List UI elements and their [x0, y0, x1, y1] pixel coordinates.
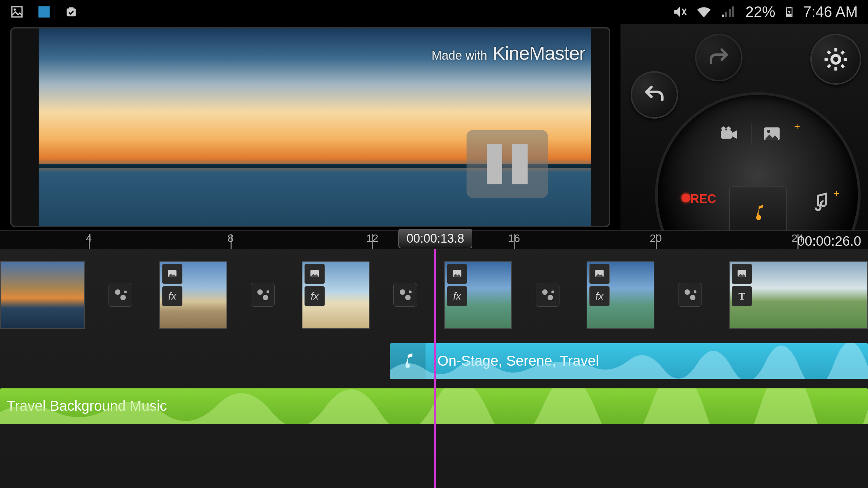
video-camera-icon	[717, 124, 741, 145]
tick-label: 20	[650, 232, 662, 245]
text-badge: T	[732, 286, 752, 306]
record-label: REC	[690, 192, 716, 206]
fx-badge: fx	[447, 286, 467, 306]
svg-rect-5	[788, 7, 791, 8]
image-badge-icon	[447, 264, 467, 284]
watermark-prefix: Made with	[432, 48, 487, 62]
playhead[interactable]	[434, 249, 436, 488]
video-clip[interactable]: fx	[444, 261, 512, 329]
svg-point-16	[257, 289, 263, 295]
tick-label: 12	[366, 232, 378, 245]
audio-segment[interactable]	[729, 186, 787, 237]
svg-point-23	[548, 295, 553, 300]
add-media-segment[interactable]: +	[717, 124, 798, 145]
video-clip[interactable]: fx	[159, 261, 227, 329]
task-done-icon	[64, 5, 78, 19]
transition-button[interactable]	[678, 283, 702, 307]
redo-button[interactable]	[695, 34, 743, 81]
gallery-icon	[10, 5, 24, 19]
fx-badge: fx	[304, 286, 325, 306]
image-badge-icon	[162, 264, 182, 284]
svg-point-14	[120, 295, 126, 300]
wifi-icon	[696, 4, 712, 20]
watermark-brand: KineMaster	[493, 42, 585, 64]
svg-point-10	[726, 126, 731, 131]
video-clip[interactable]: fx	[587, 261, 654, 329]
android-status-bar: 22% 7:46 AM	[0, 0, 868, 24]
video-clip[interactable]	[0, 261, 85, 329]
battery-charging-icon	[784, 4, 795, 20]
plus-icon: +	[794, 121, 800, 132]
svg-point-26	[690, 295, 695, 300]
svg-point-12	[767, 130, 770, 133]
video-preview[interactable]: Made with KineMaster	[10, 27, 610, 227]
image-badge-icon	[589, 264, 610, 284]
svg-point-1	[14, 8, 16, 11]
svg-point-17	[263, 295, 268, 300]
svg-point-13	[115, 289, 120, 295]
record-dot-icon	[682, 194, 690, 202]
svg-point-7	[832, 55, 840, 63]
playhead-time[interactable]: 00:00:13.8	[398, 229, 472, 248]
fx-badge: fx	[162, 286, 182, 306]
image-icon	[761, 125, 783, 144]
svg-point-9	[721, 126, 726, 131]
tick-label: 16	[508, 232, 520, 245]
tick-label: 4	[86, 232, 92, 245]
svg-rect-6	[787, 14, 791, 16]
video-clip[interactable]: fx	[302, 261, 370, 329]
mute-icon	[672, 4, 687, 19]
svg-rect-2	[38, 6, 50, 17]
timeline-ruler[interactable]: 4 8 12 16 20 24 00:00:13.8 00:00:26.0	[0, 230, 868, 249]
image-badge-icon	[732, 264, 752, 284]
svg-rect-3	[67, 8, 76, 16]
transition-button[interactable]	[251, 283, 275, 307]
battery-percent: 22%	[745, 3, 775, 20]
tick-label: 8	[228, 232, 234, 245]
signal-icon	[721, 4, 737, 20]
svg-point-25	[685, 289, 690, 295]
transition-button[interactable]	[108, 283, 132, 307]
transition-button[interactable]	[536, 283, 559, 307]
svg-rect-0	[12, 7, 22, 17]
undo-button[interactable]	[631, 71, 678, 119]
video-clip[interactable]: T	[729, 261, 868, 329]
timeline[interactable]: fx fx fx fx	[0, 249, 868, 488]
controls-pane: + REC +	[620, 24, 868, 230]
plus-icon: +	[833, 188, 840, 199]
watermark: Made with KineMaster	[432, 42, 585, 64]
svg-point-20	[405, 295, 411, 300]
record-segment[interactable]: REC	[682, 190, 716, 206]
fx-badge: fx	[589, 286, 610, 306]
app-notification-icon	[37, 5, 51, 19]
transition-button[interactable]	[393, 283, 417, 307]
music-segment[interactable]: +	[808, 190, 837, 214]
clock: 7:46 AM	[803, 3, 858, 20]
svg-point-22	[542, 289, 548, 295]
total-duration: 00:00:26.0	[797, 233, 861, 249]
pause-button[interactable]	[467, 130, 548, 198]
svg-rect-8	[721, 130, 732, 139]
image-badge-icon	[304, 264, 325, 284]
settings-button[interactable]	[810, 34, 861, 85]
svg-point-19	[400, 289, 405, 295]
preview-pane: Made with KineMaster	[0, 24, 620, 230]
audio-clip-blue[interactable]: On-Stage, Serene, Travel	[390, 343, 868, 379]
